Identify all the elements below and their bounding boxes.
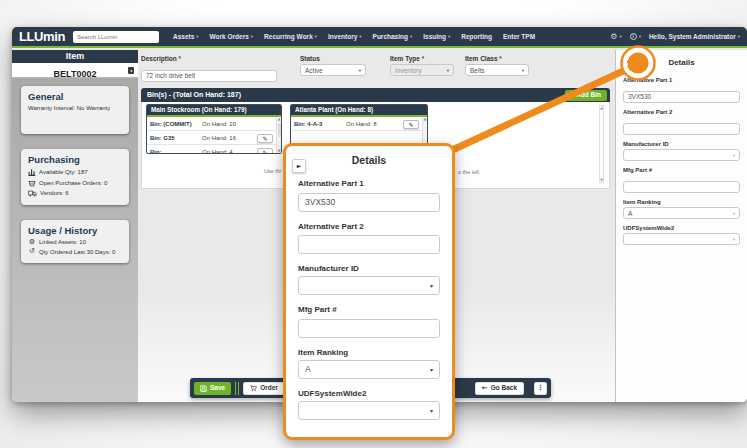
- main-menu: Assets▾ Work Orders▾ Recurring Work▾ Inv…: [173, 33, 535, 40]
- bins-header-bar: Bin(s) - (Total On Hand: 187) + Add Bin: [141, 88, 610, 102]
- panel-collapse-icon[interactable]: ►: [292, 159, 306, 173]
- sidebar-toggle-icon[interactable]: ◂: [128, 67, 134, 74]
- pencil-icon: ✎: [262, 135, 267, 142]
- bins-scrollbar[interactable]: ▲ ▼: [599, 105, 604, 183]
- navbar-right: ⚙▾ i▾ Hello, System Administrator▾: [610, 33, 740, 41]
- scroll-up-icon[interactable]: ▲: [424, 117, 427, 121]
- chevron-down-icon: ▾: [315, 34, 317, 39]
- chevron-down-icon: ▾: [522, 68, 524, 73]
- stockroom-card-title: Atlanta Plant (On Hand: 8): [291, 105, 427, 117]
- gears-icon: ⚙: [28, 239, 36, 246]
- scroll-up-icon[interactable]: ▲: [600, 106, 603, 110]
- description-input[interactable]: [141, 70, 277, 82]
- mfg-part-input[interactable]: [623, 181, 740, 193]
- alternative-part-1-input[interactable]: [298, 193, 440, 212]
- item-id: BELT0002: [54, 69, 97, 79]
- udf-system-wide-2-select[interactable]: ▾: [298, 401, 440, 420]
- purchasing-card-title: Purchasing: [28, 154, 122, 165]
- menu-work-orders[interactable]: Work Orders▾: [210, 33, 254, 40]
- warranty-text: Warranty Interval: No Warranty: [28, 105, 110, 111]
- chevron-down-icon: ▾: [410, 34, 412, 39]
- top-navbar: LLUmin Assets▾ Work Orders▾ Recurring Wo…: [12, 27, 747, 48]
- alternative-part-1-input[interactable]: [623, 91, 740, 103]
- alternative-part-2-input[interactable]: [298, 235, 440, 254]
- bin-row[interactable]: Bin: (COMMIT) On Hand: 20: [147, 117, 281, 131]
- scroll-down-icon[interactable]: ▼: [600, 178, 603, 182]
- bin-row[interactable]: Bin: G35 On Hand: 16 ✎: [147, 131, 281, 145]
- available-qty-text: Available Qty: 187: [39, 169, 88, 175]
- save-button[interactable]: Save: [194, 382, 231, 395]
- basket-icon: [28, 179, 36, 187]
- info-icon: i: [630, 33, 637, 40]
- go-back-button[interactable]: ← Go Back: [475, 382, 524, 395]
- alternative-part-2-field: Alternative Part 2: [298, 222, 440, 255]
- manufacturer-id-field: Manufacturer ID ▾: [623, 141, 740, 161]
- floppy-icon: [200, 385, 207, 392]
- menu-issuing[interactable]: Issuing▾: [423, 33, 450, 40]
- general-card-title: General: [28, 91, 122, 102]
- panel-collapse-icon[interactable]: ►: [622, 56, 633, 67]
- item-ranking-select[interactable]: A▾: [623, 207, 740, 219]
- search-input[interactable]: [73, 31, 159, 43]
- chart-bars-icon: [28, 168, 36, 176]
- alternative-part-2-field: Alternative Part 2: [623, 109, 740, 135]
- alternative-part-1-field: Alternative Part 1: [298, 179, 440, 212]
- usage-history-card-title: Usage / History: [28, 225, 122, 236]
- manufacturer-id-select[interactable]: ▾: [623, 149, 740, 161]
- order-button[interactable]: Order: [243, 382, 285, 395]
- open-po-text: Open Purchase Orders: 0: [39, 180, 107, 186]
- manufacturer-id-field: Manufacturer ID ▾: [298, 264, 440, 295]
- mfg-part-input[interactable]: [298, 319, 440, 338]
- item-ranking-select[interactable]: A▾: [298, 360, 440, 379]
- card-scrollbar[interactable]: ▲ ▼: [276, 117, 281, 153]
- sidebar-header: Item: [12, 50, 138, 63]
- back-arrow-icon: ←: [482, 385, 488, 392]
- add-bin-button[interactable]: + Add Bin: [565, 90, 607, 101]
- scroll-up-icon[interactable]: ▲: [278, 117, 281, 121]
- alternative-part-2-input[interactable]: [623, 123, 740, 135]
- more-options-button[interactable]: ⋮: [534, 382, 547, 395]
- cart-icon: [250, 385, 257, 392]
- settings-menu[interactable]: ⚙▾: [610, 33, 621, 41]
- gear-icon: ⚙: [610, 33, 617, 41]
- vendors-text: Vendors: 6: [40, 190, 69, 196]
- menu-inventory[interactable]: Inventory▾: [328, 33, 362, 40]
- details-panel-title: Details: [616, 58, 747, 67]
- status-field: Status Active▾: [300, 55, 366, 76]
- pencil-icon: ✎: [408, 121, 413, 128]
- stockroom-card-title: Main Stockroom (On Hand: 179): [147, 105, 281, 117]
- chevron-down-icon: ▾: [619, 34, 621, 39]
- edit-bin-button[interactable]: ✎: [403, 120, 419, 129]
- chevron-down-icon: ▾: [430, 282, 433, 289]
- chevron-down-icon: ▾: [733, 153, 735, 158]
- udf-system-wide-2-select[interactable]: ▾: [623, 233, 740, 245]
- chevron-down-icon: ▾: [430, 366, 433, 373]
- item-ranking-field: Item Ranking A▾: [298, 348, 440, 379]
- status-select[interactable]: Active▾: [300, 64, 366, 76]
- item-type-field: Item Type * Inventory▾: [390, 55, 454, 76]
- mfg-part-field: Mfg Part #: [298, 305, 440, 338]
- item-ranking-field: Item Ranking A▾: [623, 199, 740, 219]
- chevron-down-icon: ▾: [447, 68, 449, 73]
- bin-row[interactable]: Bin: 4-A-3 On Hand: 8 ✎: [291, 117, 427, 131]
- edit-bin-button[interactable]: ✎: [257, 148, 273, 155]
- screenshot-stage: LLUmin Assets▾ Work Orders▾ Recurring Wo…: [0, 0, 747, 448]
- edit-bin-button[interactable]: ✎: [257, 134, 273, 143]
- menu-enter-tpm[interactable]: Enter TPM: [503, 33, 535, 40]
- menu-reporting[interactable]: Reporting: [461, 33, 492, 40]
- scroll-down-icon[interactable]: ▼: [278, 149, 281, 153]
- stockroom-card-main: Main Stockroom (On Hand: 179) Bin: (COMM…: [146, 104, 282, 154]
- help-menu[interactable]: i▾: [630, 33, 641, 40]
- item-class-select[interactable]: Belts▾: [465, 64, 529, 76]
- menu-purchasing[interactable]: Purchasing▾: [373, 33, 413, 40]
- bin-row[interactable]: Bin: On Hand: 4 ✎: [147, 145, 281, 154]
- user-menu[interactable]: Hello, System Administrator▾: [649, 33, 740, 40]
- item-id-row: BELT0002 ◂: [12, 63, 138, 78]
- manufacturer-id-select[interactable]: ▾: [298, 276, 440, 295]
- menu-recurring-work[interactable]: Recurring Work▾: [264, 33, 317, 40]
- callout-title: Details: [298, 154, 440, 166]
- chevron-down-icon: ▾: [639, 34, 641, 39]
- vertical-dots-icon: ⋮: [537, 382, 544, 394]
- item-type-select[interactable]: Inventory▾: [390, 64, 454, 76]
- menu-assets[interactable]: Assets▾: [173, 33, 199, 40]
